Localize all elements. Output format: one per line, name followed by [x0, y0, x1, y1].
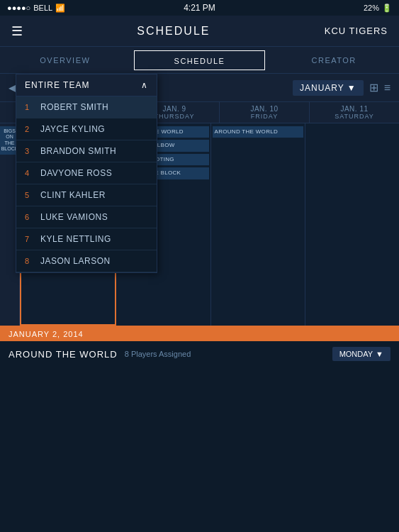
fri-event-1-label: AROUND THE WORLD	[215, 128, 279, 135]
player-8-name: JASON LARSON	[40, 256, 111, 266]
player-6-num: 6	[25, 213, 33, 221]
sat-name: SATURDAY	[310, 113, 399, 120]
fri-name: FRIDAY	[220, 113, 309, 120]
player-item-7[interactable]: 7 KYLE NETTLING	[16, 228, 157, 250]
grid-view-icon[interactable]: ⊞	[369, 81, 378, 94]
bottom-date-bar: JANUARY 2, 2014	[0, 327, 399, 341]
carrier-name: BELL	[33, 4, 52, 12]
player-5-num: 5	[25, 191, 33, 199]
player-item-5[interactable]: 5 CLINT KAHLER	[16, 184, 157, 206]
friday-column: AROUND THE WORLD	[211, 123, 305, 326]
status-right: 22% 🔋	[364, 4, 392, 13]
player-7-name: KYLE NETTLING	[40, 234, 111, 244]
tab-overview[interactable]: OVERVIEW	[0, 47, 130, 74]
player-5-name: CLINT KAHLER	[40, 190, 106, 200]
fri-date: JAN. 10	[220, 105, 309, 113]
player-item-2[interactable]: 2 JAYCE KYLING	[16, 118, 157, 140]
player-1-num: 1	[25, 103, 33, 111]
signal-dots: ●●●●○	[7, 4, 30, 12]
tab-schedule[interactable]: SCHEDULE	[134, 50, 266, 70]
top-nav: ☰ SCHEDULE KCU TIGERS	[0, 16, 399, 47]
player-7-num: 7	[25, 235, 33, 243]
team-dropdown: ENTIRE TEAM ∧ 1 ROBERT SMITH 2 JAYCE KYL…	[16, 74, 157, 273]
menu-icon[interactable]: ☰	[11, 23, 23, 39]
player-3-name: BRANDON SMITH	[40, 146, 116, 156]
player-1-name: ROBERT SMITH	[40, 102, 108, 112]
player-8-num: 8	[25, 257, 33, 265]
player-item-3[interactable]: 3 BRANDON SMITH	[16, 140, 157, 162]
tab-creator[interactable]: CREATOR	[269, 47, 399, 74]
month-label: JANUARY	[300, 83, 344, 93]
player-6-name: LUKE VAMIONS	[40, 212, 108, 222]
bottom-event-assigned: 8 Players Assigned	[125, 350, 191, 358]
player-4-name: DAVYONE ROSS	[40, 168, 112, 178]
player-2-name: JAYCE KYLING	[40, 124, 105, 134]
bottom-day-selector[interactable]: MONDAY ▼	[332, 347, 390, 361]
month-selector[interactable]: JANUARY ▼	[293, 80, 364, 96]
player-2-num: 2	[25, 125, 33, 133]
day-header-fri: JAN. 10 FRIDAY	[220, 102, 310, 123]
sat-date: JAN. 11	[310, 105, 399, 113]
bottom-event-info: AROUND THE WORLD 8 Players Assigned	[9, 349, 191, 360]
dropdown-header[interactable]: ENTIRE TEAM ∧	[16, 74, 157, 96]
month-chevron-icon: ▼	[347, 83, 356, 93]
cal-controls: JANUARY ▼ ⊞ ≡	[293, 80, 390, 96]
dropdown-header-label: ENTIRE TEAM	[25, 80, 89, 90]
player-item-8[interactable]: 8 JASON LARSON	[16, 250, 157, 272]
player-3-num: 3	[25, 147, 33, 155]
bottom-event-name: AROUND THE WORLD	[9, 349, 118, 360]
player-item-1[interactable]: 1 ROBERT SMITH	[16, 96, 157, 118]
list-view-icon[interactable]: ≡	[384, 82, 390, 94]
status-bar: ●●●●○ BELL 📶 4:21 PM 22% 🔋	[0, 0, 399, 16]
page-title: SCHEDULE	[137, 25, 210, 38]
bottom-date-label: JANUARY 2, 2014	[9, 330, 84, 338]
saturday-column	[305, 123, 399, 326]
bottom-event-row: AROUND THE WORLD 8 Players Assigned MOND…	[0, 341, 399, 367]
status-time: 4:21 PM	[184, 3, 215, 13]
player-item-6[interactable]: 6 LUKE VAMIONS	[16, 206, 157, 228]
day-header-sat: JAN. 11 SATURDAY	[310, 102, 399, 123]
fri-event-1[interactable]: AROUND THE WORLD	[213, 126, 303, 138]
tab-bar: OVERVIEW SCHEDULE CREATOR	[0, 47, 399, 74]
status-left: ●●●●○ BELL 📶	[7, 4, 65, 13]
player-4-num: 4	[25, 169, 33, 177]
battery-icon: 🔋	[382, 4, 392, 13]
team-name: KCU TIGERS	[325, 26, 388, 36]
dropdown-collapse-icon: ∧	[141, 80, 148, 90]
player-item-4[interactable]: 4 DAVYONE ROSS	[16, 162, 157, 184]
bottom-panel: JANUARY 2, 2014 AROUND THE WORLD 8 Playe…	[0, 326, 399, 384]
battery-percent: 22%	[364, 4, 379, 12]
bottom-day-label: MONDAY	[339, 350, 373, 358]
wifi-icon: 📶	[55, 4, 65, 13]
bottom-day-chevron-icon: ▼	[376, 350, 383, 358]
